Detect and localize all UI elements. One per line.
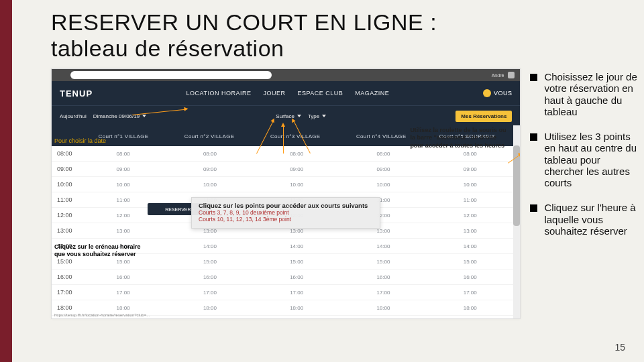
content-row: André TENUP LOCATION HORAIRE JOUER ESPAC… <box>12 68 644 319</box>
hour-label: 08:00 <box>52 150 80 157</box>
time-slot-cell[interactable]: 15:00 <box>427 259 513 265</box>
list-item: Cliquez sur l'heure à laquelle vous souh… <box>530 202 640 237</box>
time-slot-cell[interactable]: 14:00 <box>166 243 253 249</box>
time-slot-cell[interactable]: 16:00 <box>166 274 253 280</box>
embedded-screenshot: André TENUP LOCATION HORAIRE JOUER ESPAC… <box>51 68 521 319</box>
url-footer: https://tenup.fft.fr/location-horaire/re… <box>54 313 150 317</box>
courts-dots-tooltip: Cliquez sur les points pour accéder aux … <box>191 197 380 229</box>
nav-user-label: VOUS <box>494 90 513 97</box>
time-slot-cell[interactable]: 17:00 <box>427 290 513 296</box>
time-slot-cell[interactable]: 08:00 <box>427 151 513 157</box>
hour-label: 18:00 <box>52 304 80 311</box>
filter-bar: Aujourd'hui Dimanche 09/06/19 Surface Ty… <box>52 105 520 126</box>
chevron-down-icon <box>297 115 301 117</box>
hour-label: 17:00 <box>52 289 80 296</box>
time-slot-cell[interactable]: 17:00 <box>80 290 166 296</box>
time-slot-cell[interactable]: 13:00 <box>80 228 166 234</box>
hour-label: 09:00 <box>52 166 80 172</box>
court-header-2: Court n°2 VILLAGE <box>167 133 252 139</box>
bullet-square-icon <box>530 74 537 81</box>
chevron-down-icon <box>142 115 146 117</box>
time-slot-cell[interactable]: 08:00 <box>166 151 253 157</box>
time-slot-cell[interactable]: 11:00 <box>427 197 513 203</box>
time-grid[interactable]: 08:0008:0008:0008:0008:0008:0009:0009:00… <box>52 146 520 319</box>
avatar-icon <box>483 89 491 97</box>
bullet-square-icon <box>530 133 537 141</box>
time-slot-cell[interactable]: 18:00 <box>340 305 427 311</box>
nav-magazine[interactable]: MAGAZINE <box>355 90 389 97</box>
time-slot-cell[interactable]: 16:00 <box>340 274 427 280</box>
site-logo[interactable]: TENUP <box>60 88 93 99</box>
time-slot-cell[interactable]: 16:00 <box>427 274 513 280</box>
site-nav: TENUP LOCATION HORAIRE JOUER ESPACE CLUB… <box>52 81 520 105</box>
browser-menu-icon[interactable] <box>508 72 515 78</box>
time-slot-cell[interactable]: 09:00 <box>254 166 340 172</box>
time-slot-cell[interactable]: 08:00 <box>254 151 340 157</box>
tip-line-2: Courts 10, 11, 12, 13, 14 3ème point <box>199 216 373 223</box>
time-slot-cell[interactable]: 10:00 <box>340 182 427 188</box>
time-slot-cell[interactable]: 08:00 <box>340 151 427 157</box>
time-slot-cell[interactable]: 15:00 <box>254 259 340 265</box>
time-slot-cell[interactable]: 10:00 <box>80 182 166 188</box>
tip-title: Cliquez sur les points pour accéder aux … <box>199 202 373 209</box>
time-row[interactable]: 17:0017:0017:0017:0017:0017:00 <box>52 285 520 300</box>
bullet-square-icon <box>530 204 537 212</box>
filter-type[interactable]: Type <box>308 113 326 119</box>
time-row[interactable]: 16:0016:0016:0016:0016:0016:00 <box>52 269 520 285</box>
time-slot-cell[interactable]: 10:00 <box>427 182 513 188</box>
filter-today[interactable]: Aujourd'hui <box>60 113 87 119</box>
time-slot-cell[interactable]: 12:00 <box>427 213 513 219</box>
time-slot-cell[interactable]: 11:00 <box>80 197 166 203</box>
time-slot-cell[interactable]: 16:00 <box>254 274 340 280</box>
hour-label: 11:00 <box>52 196 80 203</box>
time-slot-cell[interactable]: 14:00 <box>254 243 340 249</box>
time-slot-cell[interactable]: 16:00 <box>80 274 166 280</box>
time-row[interactable]: 09:0009:0009:0009:0009:0009:00 <box>52 162 520 177</box>
instructions-list: Choisissez le jour de votre réservation … <box>521 68 644 319</box>
browser-account-name: André <box>492 73 504 78</box>
time-slot-cell[interactable]: 15:00 <box>80 259 166 265</box>
hour-label: 15:00 <box>52 258 80 265</box>
time-slot-cell[interactable]: 18:00 <box>254 305 340 311</box>
time-slot-cell[interactable]: 08:00 <box>80 151 166 157</box>
chevron-down-icon <box>322 115 326 117</box>
time-slot-cell[interactable]: 14:00 <box>427 243 513 249</box>
nav-espace-club[interactable]: ESPACE CLUB <box>297 90 343 97</box>
nav-location-horaire[interactable]: LOCATION HORAIRE <box>186 90 252 97</box>
hour-label: 10:00 <box>52 181 80 188</box>
annotation-arrow <box>283 125 284 154</box>
time-row[interactable]: 10:0010:0010:0010:0010:0010:00 <box>52 177 520 192</box>
nav-user[interactable]: VOUS <box>483 89 513 97</box>
annotation-choose-date: Pour choisir la date <box>54 137 142 145</box>
tip-line-1: Courts 3, 7, 8, 9, 10 deuxième point <box>199 209 373 216</box>
title-line-1: RESERVER UN COURT EN LIGNE : <box>51 9 437 35</box>
browser-top-bar: André <box>52 69 520 81</box>
time-slot-cell[interactable]: 09:00 <box>340 166 427 172</box>
time-slot-cell[interactable]: 18:00 <box>166 305 253 311</box>
browser-search-field[interactable] <box>70 71 272 79</box>
time-slot-cell[interactable]: 10:00 <box>166 182 253 188</box>
time-slot-cell[interactable]: 09:00 <box>427 166 513 172</box>
accent-sidebar <box>0 0 12 362</box>
annotation-click-slot: Cliquez sur le créneau horaire que vous … <box>54 243 148 258</box>
filter-surface[interactable]: Surface <box>276 113 301 119</box>
page-number: 15 <box>614 342 625 353</box>
time-slot-cell[interactable]: 10:00 <box>254 182 340 188</box>
time-slot-cell[interactable]: 15:00 <box>166 259 253 265</box>
time-slot-cell[interactable]: 18:00 <box>80 305 166 311</box>
list-item-text: Choisissez le jour de votre réservation … <box>544 71 640 117</box>
time-slot-cell[interactable]: 14:00 <box>340 243 427 249</box>
title-line-2: tableau de réservation <box>51 36 284 61</box>
time-slot-cell[interactable]: 18:00 <box>427 305 513 311</box>
my-reservations-button[interactable]: Mes Réservations <box>455 111 512 122</box>
time-slot-cell[interactable]: 09:00 <box>166 166 253 172</box>
time-slot-cell[interactable]: 13:00 <box>427 228 513 234</box>
time-slot-cell[interactable]: 17:00 <box>340 290 427 296</box>
time-slot-cell[interactable]: 17:00 <box>254 290 340 296</box>
time-slot-cell[interactable]: 17:00 <box>166 290 253 296</box>
time-slot-cell[interactable]: 15:00 <box>340 259 427 265</box>
slide-title: RESERVER UN COURT EN LIGNE : tableau de … <box>12 0 644 68</box>
time-slot-cell[interactable]: 09:00 <box>80 166 166 172</box>
hour-label: 13:00 <box>52 227 80 234</box>
nav-jouer[interactable]: JOUER <box>263 90 285 97</box>
